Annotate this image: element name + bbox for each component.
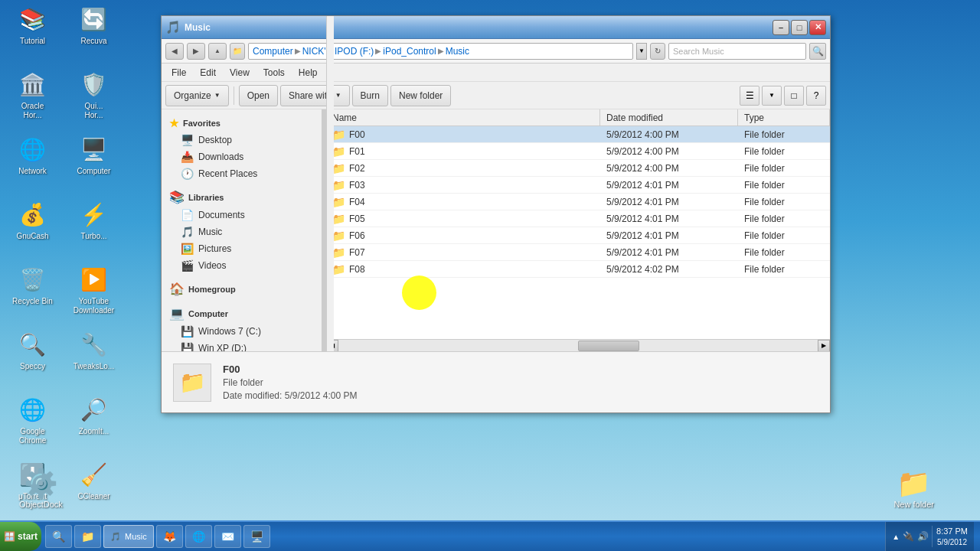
desktop-icon-ccleaner[interactable]: 🧹 CCleaner (65, 459, 122, 520)
col-header-date[interactable]: Date modified (600, 109, 738, 126)
start-button[interactable]: 🪟 start (0, 522, 41, 551)
view-dropdown-button[interactable]: ▼ (762, 86, 782, 106)
view-details-button[interactable]: ☰ (740, 86, 760, 106)
taskbar-folder-button[interactable]: 📁 (74, 525, 101, 548)
search-button[interactable]: 🔍 (809, 43, 826, 60)
taskbar: 🪟 start 🔍 📁 🎵 Music 🦊 🌐 ✉️ 🖥️ ▲ 🔌 🔊 8:37… (0, 520, 980, 551)
hscroll-right-button[interactable]: ▶ (818, 340, 830, 352)
left-vscroll[interactable] (326, 109, 334, 351)
desktop-icon-zoomit[interactable]: 🔎 ZoomIt... (65, 394, 122, 455)
desktop-icon-youtube[interactable]: ▶️ YouTubeDownloader (65, 264, 122, 325)
organize-button[interactable]: Organize ▼ (165, 85, 229, 106)
file-row-f03[interactable]: 📁F035/9/2012 4:01 PMFile folder (326, 177, 830, 194)
preview-name: F00 (223, 364, 357, 375)
preview-pane-button[interactable]: □ (784, 86, 804, 106)
breadcrumb-music[interactable]: Music (446, 46, 469, 57)
new-folder-button[interactable]: New folder (390, 85, 451, 106)
share-with-button[interactable]: Share with ▼ (280, 85, 350, 106)
refresh-button[interactable]: ↻ (650, 43, 665, 60)
desktop-icon-computer[interactable]: 🖥️ Computer (65, 134, 122, 195)
desktop-icon-tweaks[interactable]: 🔧 TweaksLo... (65, 329, 122, 390)
menu-edit[interactable]: Edit (194, 66, 222, 80)
nav-downloads[interactable]: 📥 Downloads (162, 148, 322, 165)
file-row-f05[interactable]: 📁F055/9/2012 4:01 PMFile folder (326, 210, 830, 227)
breadcrumb-dropdown[interactable]: ▼ (636, 43, 647, 60)
back-button[interactable]: ◀ (165, 43, 184, 60)
menu-help[interactable]: Help (292, 66, 324, 80)
volume-tray-icon[interactable]: 🔊 (917, 531, 929, 542)
open-button[interactable]: Open (239, 85, 278, 106)
system-tray: ▲ 🔌 🔊 8:37 PM 5/9/2012 (885, 522, 974, 551)
hscroll-thumb[interactable] (578, 341, 639, 351)
file-row-f08[interactable]: 📁F085/9/2012 4:02 PMFile folder (326, 261, 830, 278)
chrome-label: GoogleChrome (19, 427, 47, 445)
desktop-icon-oracle[interactable]: 🏛️ OracleHor... (4, 69, 61, 130)
nav-winxp[interactable]: 💾 Win XP (D:) (162, 340, 322, 351)
file-name-f08: 📁F08 (326, 263, 600, 276)
desktop-icon-newfolder[interactable]: 📁 New folder (893, 468, 934, 509)
forward-button[interactable]: ▶ (187, 43, 205, 60)
up-button[interactable]: ▲ (208, 43, 227, 60)
music-nav-icon: 🎵 (181, 226, 194, 238)
file-type-f06: File folder (738, 230, 830, 241)
nav-pictures[interactable]: 🖼️ Pictures (162, 240, 322, 257)
maximize-button[interactable]: □ (791, 20, 808, 35)
menu-file[interactable]: File (165, 66, 192, 80)
desktop-icon-turbo[interactable]: ⚡ Turbo... (65, 199, 122, 260)
nav-desktop[interactable]: 🖥️ Desktop (162, 132, 322, 148)
quick-label: Qui...Hor... (85, 102, 103, 120)
folder-icon: 📁 (332, 196, 345, 208)
taskbar-mail-button[interactable]: ✉️ (214, 525, 241, 548)
hscroll-track[interactable] (338, 340, 818, 351)
file-row-f07[interactable]: 📁F075/9/2012 4:01 PMFile folder (326, 244, 830, 261)
computer-label: Computer (77, 167, 111, 176)
desktop-icon-network[interactable]: 🌐 Network (4, 134, 61, 195)
nav-documents[interactable]: 📄 Documents (162, 207, 322, 223)
desktop-icon-recuva[interactable]: 🔄 Recuva (65, 4, 122, 65)
nav-videos[interactable]: 🎬 Videos (162, 257, 322, 274)
taskbar-ie-button[interactable]: 🌐 (185, 525, 212, 548)
breadcrumb-computer[interactable]: Computer (253, 46, 293, 57)
desktop-icon-chrome[interactable]: 🌐 GoogleChrome (4, 394, 61, 455)
breadcrumb-ipod[interactable]: NICK'S IPOD (F:) (302, 46, 374, 57)
col-header-name[interactable]: Name (326, 109, 600, 126)
window-title: Music (185, 22, 211, 33)
file-row-f00[interactable]: 📁F005/9/2012 4:00 PMFile folder (326, 126, 830, 143)
toolbar-right: ☰ ▼ □ ? (740, 86, 826, 106)
taskbar-music-app[interactable]: 🎵 Music (103, 525, 154, 548)
nav-documents-label: Documents (198, 210, 245, 220)
file-row-f01[interactable]: 📁F015/9/2012 4:00 PMFile folder (326, 143, 830, 160)
desktop-icon-gnucash[interactable]: 💰 GnuCash (4, 199, 61, 260)
taskbar-monitor-button[interactable]: 🖥️ (243, 525, 270, 548)
nav-win7[interactable]: 💾 Windows 7 (C:) (162, 323, 322, 340)
help-button[interactable]: ? (806, 86, 826, 106)
desktop-icon-recycle[interactable]: 🗑️ Recycle Bin (4, 264, 61, 325)
close-button[interactable]: ✕ (809, 20, 826, 35)
menu-bar: File Edit View Tools Help (162, 64, 830, 82)
col-header-type[interactable]: Type (738, 109, 830, 126)
libraries-label: Libraries (188, 193, 224, 202)
taskbar-search-button[interactable]: 🔍 (45, 525, 72, 548)
menu-tools[interactable]: Tools (257, 66, 291, 80)
file-row-f02[interactable]: 📁F025/9/2012 4:00 PMFile folder (326, 160, 830, 177)
horizontal-scrollbar[interactable]: ◀ ▶ (326, 339, 830, 351)
file-name-f04: 📁F04 (326, 196, 600, 208)
gnucash-icon: 💰 (18, 199, 48, 230)
desktop-icon-quick[interactable]: 🛡️ Qui...Hor... (65, 69, 122, 130)
breadcrumb-ipodcontrol[interactable]: iPod_Control (383, 46, 436, 57)
nav-recent[interactable]: 🕐 Recent Places (162, 165, 322, 182)
network-icon: 🌐 (18, 134, 48, 165)
desktop-icon-objectdock[interactable]: ⚙️ ObjectDock (19, 468, 63, 509)
taskbar-firefox-button[interactable]: 🦊 (156, 525, 183, 548)
desktop-icon-speccy[interactable]: 🔍 Speccy (4, 329, 61, 390)
burn-button[interactable]: Burn (352, 85, 388, 106)
minimize-button[interactable]: – (773, 20, 789, 35)
file-row-f04[interactable]: 📁F045/9/2012 4:01 PMFile folder (326, 194, 830, 210)
nav-music[interactable]: 🎵 Music (162, 223, 322, 240)
explorer-window-icon: 🎵 (165, 20, 181, 34)
file-row-f06[interactable]: 📁F065/9/2012 4:01 PMFile folder (326, 227, 830, 244)
file-type-f01: File folder (738, 146, 830, 157)
menu-view[interactable]: View (224, 66, 256, 80)
desktop-icon-tutorial[interactable]: 📚 Tutorial (4, 4, 61, 65)
tray-arrow[interactable]: ▲ (892, 533, 900, 541)
